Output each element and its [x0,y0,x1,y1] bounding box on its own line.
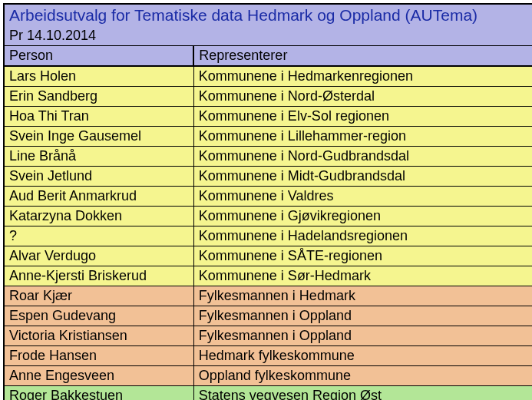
title-row: Arbeidsutvalg for Tematiske data Hedmark… [4,4,532,26]
header-row: Person Representerer [4,46,532,67]
person-cell: Roar Kjær [4,286,193,306]
represents-cell: Hedmark fylkeskommune [193,346,532,366]
represents-cell: Fylkesmannen i Hedmark [193,286,532,306]
table-row: Hoa Thi TranKommunene i Elv-Sol regionen [4,107,532,127]
table-row: Katarzyna DokkenKommunene i Gjøvikregion… [4,207,532,226]
represents-cell: Kommunene i Nord-Gudbrandsdal [193,147,532,167]
table-row: Line BrånåKommunene i Nord-Gudbrandsdal [4,147,532,167]
table-date: Pr 14.10.2014 [4,26,532,46]
person-cell: Roger Bakkestuen [4,386,193,401]
committee-table: Arbeidsutvalg for Tematiske data Hedmark… [3,3,532,400]
person-cell: Alvar Verdugo [4,246,193,266]
person-cell: Erin Sandberg [4,87,193,107]
person-cell: Svein Inge Gausemel [4,127,193,147]
person-cell: Espen Gudevang [4,306,193,326]
represents-cell: Kommunene i Lillehammer-region [193,127,532,147]
represents-cell: Kommunene i Hadelandsregionen [193,226,532,246]
represents-cell: Fylkesmannen i Oppland [193,306,532,326]
person-cell: Line Brånå [4,147,193,167]
table-row: Espen GudevangFylkesmannen i Oppland [4,306,532,326]
table-row: Aud Berit AnmarkrudKommunene i Valdres [4,187,532,207]
person-cell: ? [4,226,193,246]
represents-cell: Kommunene i Gjøvikregionen [193,207,532,226]
represents-cell: Kommunene i Elv-Sol regionen [193,107,532,127]
header-person: Person [4,46,193,67]
table-row: Victoria KristiansenFylkesmannen i Oppla… [4,326,532,346]
table-row: Roar KjærFylkesmannen i Hedmark [4,286,532,306]
table-row: Svein Inge GausemelKommunene i Lillehamm… [4,127,532,147]
person-cell: Frode Hansen [4,346,193,366]
represents-cell: Statens vegvesen Region Øst [193,386,532,401]
table-row: Svein JetlundKommunene i Midt-Gudbrandsd… [4,167,532,187]
table-row: Frode HansenHedmark fylkeskommune [4,346,532,366]
table-row: Anne-Kjersti BriskerudKommunene i Sør-He… [4,266,532,286]
represents-cell: Kommunene i Nord-Østerdal [193,87,532,107]
person-cell: Hoa Thi Tran [4,107,193,127]
person-cell: Katarzyna Dokken [4,207,193,226]
person-cell: Anne-Kjersti Briskerud [4,266,193,286]
person-cell: Victoria Kristiansen [4,326,193,346]
date-row: Pr 14.10.2014 [4,26,532,46]
person-cell: Anne Engesveen [4,366,193,386]
represents-cell: Kommunene i Valdres [193,187,532,207]
person-cell: Aud Berit Anmarkrud [4,187,193,207]
person-cell: Lars Holen [4,66,193,87]
represents-cell: Kommunene i Hedmarkenregionen [193,66,532,87]
header-represents: Representerer [193,46,532,67]
table-title: Arbeidsutvalg for Tematiske data Hedmark… [4,4,532,26]
table-row: Lars HolenKommunene i Hedmarkenregionen [4,66,532,87]
represents-cell: Kommunene i SÅTE-regionen [193,246,532,266]
represents-cell: Oppland fylkeskommune [193,366,532,386]
represents-cell: Kommunene i Sør-Hedmark [193,266,532,286]
person-cell: Svein Jetlund [4,167,193,187]
represents-cell: Kommunene i Midt-Gudbrandsdal [193,167,532,187]
table-row: Alvar VerdugoKommunene i SÅTE-regionen [4,246,532,266]
represents-cell: Fylkesmannen i Oppland [193,326,532,346]
table-row: ?Kommunene i Hadelandsregionen [4,226,532,246]
table-row: Roger BakkestuenStatens vegvesen Region … [4,386,532,401]
table-row: Erin SandbergKommunene i Nord-Østerdal [4,87,532,107]
table-row: Anne EngesveenOppland fylkeskommune [4,366,532,386]
